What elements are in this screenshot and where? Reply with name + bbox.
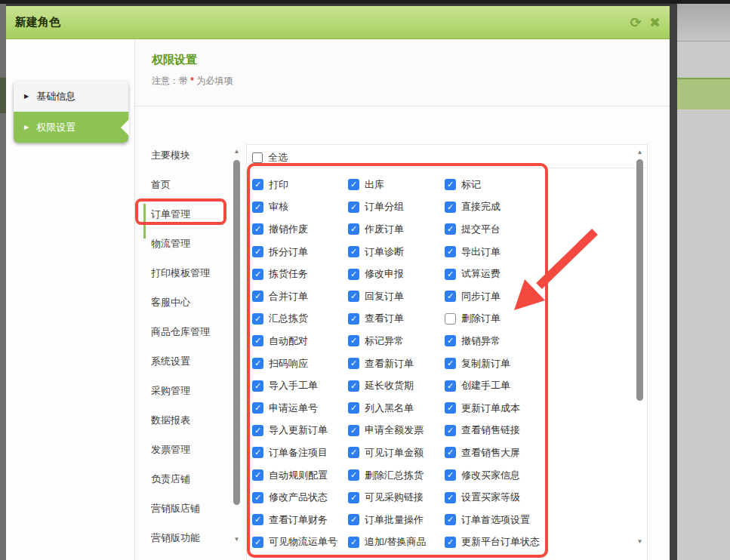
checkbox-checked-icon[interactable]: ✓	[445, 425, 456, 436]
permission-item[interactable]: ✓导出订单	[445, 245, 584, 259]
permission-item[interactable]: ✓可见采购链接	[348, 491, 445, 504]
checkbox-checked-icon[interactable]: ✓	[445, 223, 456, 235]
permission-item[interactable]: ✓查看销售链接	[445, 423, 584, 437]
permission-item[interactable]: ✓标记	[445, 178, 584, 192]
permission-item[interactable]: ✓查看销售大屏	[445, 446, 584, 460]
checkbox-checked-icon[interactable]: ✓	[445, 469, 456, 481]
checkbox-checked-icon[interactable]: ✓	[348, 335, 359, 346]
sidebar-item-permissions[interactable]: ▶ 权限设置	[14, 112, 128, 143]
checkbox-checked-icon[interactable]: ✓	[348, 447, 359, 458]
permission-item[interactable]: ✓扫码响应	[252, 357, 348, 371]
module-item[interactable]: 营销版店铺	[151, 501, 233, 516]
checkbox-checked-icon[interactable]: ✓	[252, 358, 263, 369]
permission-item[interactable]: ✓修改产品状态	[252, 491, 348, 504]
checkbox-checked-icon[interactable]: ✓	[445, 291, 456, 302]
permission-item[interactable]: 删除订单	[445, 312, 584, 325]
permission-item[interactable]: ✓自动配对	[252, 334, 348, 348]
permission-item[interactable]: ✓列入黑名单	[348, 402, 445, 415]
permission-item[interactable]: ✓拆分订单	[252, 245, 348, 259]
permission-item[interactable]: ✓更新订单成本	[445, 402, 584, 415]
checkbox-icon[interactable]	[252, 152, 263, 163]
checkbox-checked-icon[interactable]: ✓	[252, 335, 263, 346]
permission-item[interactable]: ✓订单分组	[348, 200, 445, 214]
scrollbar-thumb[interactable]	[233, 160, 240, 505]
checkbox-checked-icon[interactable]: ✓	[252, 492, 263, 503]
permission-item[interactable]: ✓提交平台	[445, 223, 584, 236]
checkbox-checked-icon[interactable]: ✓	[445, 246, 456, 257]
module-item[interactable]: 主要模块	[151, 148, 233, 163]
checkbox-checked-icon[interactable]: ✓	[348, 202, 359, 213]
scroll-up-icon[interactable]: ▲	[635, 149, 645, 155]
permission-item[interactable]: ✓更新平台订单状态	[445, 535, 584, 549]
permission-item[interactable]: ✓复制新订单	[445, 357, 584, 371]
select-all-checkbox[interactable]: 全选	[252, 151, 288, 165]
permission-item[interactable]: ✓合并订单	[252, 290, 348, 303]
permission-item[interactable]: ✓订单备注项目	[252, 446, 348, 460]
module-item[interactable]: 打印模板管理	[151, 266, 233, 281]
permissions-scrollbar[interactable]: ▲ ▼	[635, 149, 645, 556]
permission-item[interactable]: ✓自动规则配置	[252, 469, 348, 482]
permission-item[interactable]: ✓撤销作废	[252, 223, 348, 236]
module-item[interactable]: 数据报表	[151, 413, 233, 428]
checkbox-checked-icon[interactable]: ✓	[445, 402, 456, 414]
checkbox-checked-icon[interactable]: ✓	[445, 335, 456, 346]
permission-item[interactable]: ✓导入手工单	[252, 379, 348, 392]
permission-item[interactable]: ✓查看订单财务	[252, 513, 348, 527]
checkbox-checked-icon[interactable]: ✓	[252, 380, 263, 392]
permission-item[interactable]: ✓查看订单	[348, 312, 445, 325]
module-item[interactable]: 负责店铺	[151, 472, 233, 487]
close-icon[interactable]: ✖	[649, 16, 661, 29]
permission-item[interactable]: ✓可见订单金额	[348, 446, 445, 460]
checkbox-checked-icon[interactable]: ✓	[252, 269, 263, 280]
module-item[interactable]: 客服中心	[151, 295, 233, 310]
permission-item[interactable]: ✓修改买家信息	[445, 469, 584, 482]
checkbox-checked-icon[interactable]: ✓	[445, 492, 456, 503]
module-item[interactable]: 首页	[151, 177, 233, 192]
checkbox-checked-icon[interactable]: ✓	[252, 514, 263, 525]
scrollbar-thumb[interactable]	[636, 159, 643, 401]
permission-item[interactable]: ✓试算运费	[445, 267, 584, 281]
checkbox-checked-icon[interactable]: ✓	[445, 380, 456, 392]
checkbox-checked-icon[interactable]: ✓	[252, 402, 263, 414]
checkbox-checked-icon[interactable]: ✓	[348, 425, 359, 436]
permission-item[interactable]: ✓创建手工单	[445, 379, 584, 392]
permission-item[interactable]: ✓同步订单	[445, 290, 584, 303]
checkbox-checked-icon[interactable]: ✓	[348, 269, 359, 280]
checkbox-checked-icon[interactable]: ✓	[252, 425, 263, 436]
checkbox-checked-icon[interactable]: ✓	[445, 447, 456, 458]
permission-item[interactable]: ✓追加/替换商品	[348, 535, 445, 549]
checkbox-checked-icon[interactable]: ✓	[252, 469, 263, 481]
checkbox-checked-icon[interactable]: ✓	[252, 246, 263, 257]
scroll-up-icon[interactable]: ▲	[232, 148, 242, 155]
checkbox-checked-icon[interactable]: ✓	[252, 179, 263, 190]
permission-item[interactable]: ✓汇总拣货	[252, 312, 348, 325]
checkbox-checked-icon[interactable]: ✓	[348, 492, 359, 503]
module-item[interactable]: 发票管理	[151, 442, 233, 457]
permission-item[interactable]: ✓拣货任务	[252, 267, 348, 281]
permission-item[interactable]: ✓撤销异常	[445, 334, 584, 348]
checkbox-checked-icon[interactable]: ✓	[445, 537, 456, 548]
permission-item[interactable]: ✓订单首选项设置	[445, 513, 584, 527]
checkbox-checked-icon[interactable]: ✓	[445, 514, 456, 525]
module-item[interactable]: 物流管理	[151, 236, 233, 251]
permission-item[interactable]: ✓打印	[252, 178, 348, 192]
permission-item[interactable]: ✓订单诊断	[348, 245, 445, 259]
permission-item[interactable]: ✓申请运单号	[252, 402, 348, 415]
sidebar-item-basic-info[interactable]: ▶ 基础信息	[14, 81, 128, 112]
checkbox-checked-icon[interactable]: ✓	[348, 313, 359, 325]
permission-item[interactable]: ✓导入更新订单	[252, 423, 348, 437]
checkbox-checked-icon[interactable]: ✓	[348, 402, 359, 414]
module-scrollbar[interactable]: ▲ ▼	[232, 148, 242, 548]
permission-item[interactable]: ✓回复订单	[348, 290, 445, 303]
checkbox-checked-icon[interactable]: ✓	[348, 537, 359, 548]
checkbox-checked-icon[interactable]: ✓	[445, 269, 456, 280]
permission-item[interactable]: ✓可见物流运单号	[252, 535, 348, 549]
checkbox-checked-icon[interactable]: ✓	[252, 537, 263, 548]
module-item[interactable]: 订单管理	[151, 207, 233, 222]
module-item[interactable]: 商品仓库管理	[151, 325, 233, 340]
checkbox-checked-icon[interactable]: ✓	[252, 447, 263, 458]
checkbox-checked-icon[interactable]: ✓	[348, 179, 359, 190]
permission-item[interactable]: ✓标记异常	[348, 334, 445, 348]
checkbox-checked-icon[interactable]: ✓	[348, 469, 359, 481]
checkbox-unchecked-icon[interactable]	[445, 313, 456, 325]
